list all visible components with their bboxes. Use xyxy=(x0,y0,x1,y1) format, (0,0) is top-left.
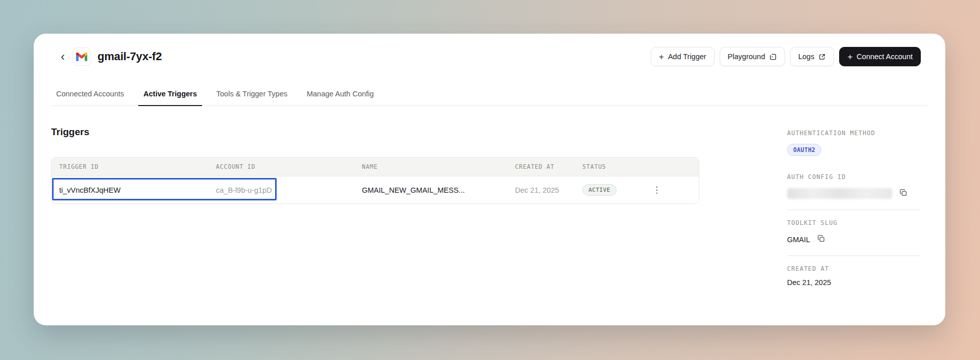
authentication-method-section: AUTHENTICATION METHOD OAUTH2 xyxy=(787,130,920,156)
playground-button[interactable]: Playground xyxy=(720,47,785,66)
copy-toolkit-slug-button[interactable] xyxy=(816,234,826,245)
sidebar-divider xyxy=(787,210,920,210)
page-title: gmail-7yx-f2 xyxy=(97,50,162,63)
cell-trigger-id[interactable]: ti_vVncBfXJqHEW xyxy=(52,186,208,194)
chevron-left-icon: ‹ xyxy=(61,50,65,63)
tab-tools-trigger-types[interactable]: Tools & Trigger Types xyxy=(211,84,292,106)
connect-account-button[interactable]: + Connect Account xyxy=(839,47,921,66)
kebab-icon: ⋮ xyxy=(652,185,661,195)
column-header-account-id: ACCOUNT ID xyxy=(208,163,354,170)
created-at-label: CREATED AT xyxy=(787,265,920,272)
plus-icon: + xyxy=(847,53,852,61)
authentication-method-label: AUTHENTICATION METHOD xyxy=(787,130,920,137)
logs-button[interactable]: Logs xyxy=(790,47,834,66)
app-card: ‹ gmail-7yx-f2 + Add Trigger Playground xyxy=(34,34,945,325)
status-badge: ACTIVE xyxy=(582,184,617,196)
table-header-row: TRIGGER ID ACCOUNT ID NAME CREATED AT ST… xyxy=(52,158,699,176)
auth-config-id-redacted-value xyxy=(787,188,892,199)
header-actions: + Add Trigger Playground Logs xyxy=(651,47,921,66)
external-link-icon xyxy=(818,53,826,61)
oauth2-badge: OAUTH2 xyxy=(787,144,821,156)
tab-bar: Connected Accounts Active Triggers Tools… xyxy=(51,84,928,106)
created-at-value: Dec 21, 2025 xyxy=(787,278,920,287)
logs-label: Logs xyxy=(798,53,814,61)
created-at-section: CREATED AT Dec 21, 2025 xyxy=(787,265,920,287)
gmail-icon xyxy=(72,47,91,66)
auth-config-id-label: AUTH CONFIG ID xyxy=(787,173,920,181)
page-header: ‹ gmail-7yx-f2 + Add Trigger Playground xyxy=(34,34,945,66)
tab-active-triggers[interactable]: Active Triggers xyxy=(138,84,202,106)
cell-actions: ⋮ xyxy=(638,184,699,196)
copy-icon xyxy=(817,235,825,244)
column-header-created-at: CREATED AT xyxy=(507,163,575,170)
copy-auth-config-id-button[interactable] xyxy=(898,188,909,199)
toolkit-slug-section: TOOLKIT SLUG GMAIL xyxy=(787,219,920,256)
details-sidebar: AUTHENTICATION METHOD OAUTH2 AUTH CONFIG… xyxy=(787,106,945,287)
cell-account-id[interactable]: ca_B-l9b-u-g1pD xyxy=(208,186,354,194)
toolkit-slug-label: TOOLKIT SLUG xyxy=(787,219,920,226)
table-row[interactable]: ti_vVncBfXJqHEW ca_B-l9b-u-g1pD GMAIL_NE… xyxy=(52,176,699,203)
add-trigger-button[interactable]: + Add Trigger xyxy=(651,47,715,66)
playground-label: Playground xyxy=(728,53,765,61)
tab-manage-auth-config[interactable]: Manage Auth Config xyxy=(302,84,379,106)
column-header-trigger-id: TRIGGER ID xyxy=(52,163,208,170)
tab-connected-accounts[interactable]: Connected Accounts xyxy=(51,84,129,106)
back-button[interactable]: ‹ xyxy=(57,49,68,64)
column-header-status: STATUS xyxy=(575,163,638,170)
toolkit-slug-value: GMAIL xyxy=(787,236,810,244)
plus-icon: + xyxy=(659,53,664,61)
row-menu-button[interactable]: ⋮ xyxy=(648,184,665,196)
add-trigger-label: Add Trigger xyxy=(668,53,706,61)
content-area: Triggers TRIGGER ID ACCOUNT ID NAME CREA… xyxy=(34,106,945,287)
cell-status: ACTIVE xyxy=(575,184,638,196)
connect-account-label: Connect Account xyxy=(856,53,913,61)
playground-window-icon xyxy=(769,53,777,61)
cell-created-at: Dec 21, 2025 xyxy=(507,186,575,194)
copy-icon xyxy=(899,189,908,198)
cell-name[interactable]: GMAIL_NEW_GMAIL_MESS... xyxy=(354,186,507,194)
auth-config-id-section: AUTH CONFIG ID xyxy=(787,173,920,210)
column-header-name: NAME xyxy=(354,163,507,170)
triggers-panel: Triggers TRIGGER ID ACCOUNT ID NAME CREA… xyxy=(34,106,787,204)
triggers-table: TRIGGER ID ACCOUNT ID NAME CREATED AT ST… xyxy=(51,157,699,204)
triggers-heading: Triggers xyxy=(51,126,787,138)
sidebar-divider xyxy=(787,255,920,256)
